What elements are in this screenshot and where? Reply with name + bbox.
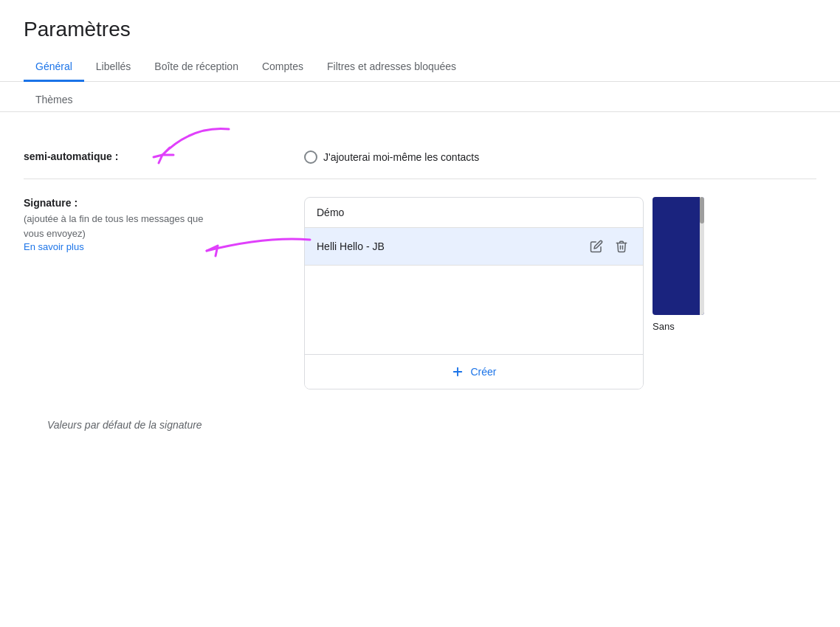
signature-learn-more-link[interactable]: En savoir plus: [24, 241, 84, 252]
semi-auto-control: J'ajouterai moi-même les contacts: [304, 150, 816, 164]
valeurs-hint: Valeurs par défaut de la signature: [24, 407, 816, 443]
semi-auto-label-col: semi-automatique :: [24, 150, 275, 162]
radio-label: J'ajouterai moi-même les contacts: [323, 151, 479, 163]
signature-item-demo-label: Démo: [317, 207, 344, 218]
settings-page: Paramètres Général Libellés Boîte de réc…: [0, 0, 840, 627]
delete-signature-button[interactable]: [612, 237, 631, 256]
tab-libelles[interactable]: Libellés: [84, 53, 142, 82]
signature-item-demo[interactable]: Démo: [305, 198, 643, 228]
subtab-themes[interactable]: Thèmes: [24, 88, 85, 111]
signature-editor-preview: [653, 197, 704, 315]
signature-desc-line1: (ajoutée à la fin de tous les messages q…: [24, 213, 204, 224]
signature-list-empty: [305, 266, 643, 354]
signature-item-helli-label: Helli Hello - JB: [317, 240, 587, 252]
main-tabs: Général Libellés Boîte de réception Comp…: [0, 53, 840, 82]
signature-row: Signature : (ajoutée à la fin de tous le…: [24, 179, 816, 407]
signature-label-col: Signature : (ajoutée à la fin de tous le…: [24, 197, 275, 252]
content-area: semi-automatique : J'ajouterai moi-même …: [0, 112, 840, 466]
tab-filtres[interactable]: Filtres et adresses bloquées: [315, 53, 468, 82]
signature-label: Signature :: [24, 197, 275, 209]
scrollbar-track: [700, 197, 704, 315]
editor-sans-label: Sans: [653, 321, 675, 332]
signature-item-actions: [587, 237, 631, 256]
signature-list: Démo Helli Hello - JB: [304, 197, 644, 389]
signature-panel: Démo Helli Hello - JB: [304, 197, 816, 389]
tab-boite[interactable]: Boîte de réception: [142, 53, 250, 82]
radio-option-contacts[interactable]: J'ajouterai moi-même les contacts: [304, 150, 479, 164]
page-wrapper: Paramètres Général Libellés Boîte de réc…: [0, 0, 840, 627]
scrollbar-thumb[interactable]: [700, 197, 704, 224]
semi-auto-row: semi-automatique : J'ajouterai moi-même …: [24, 136, 816, 179]
radio-circle: [304, 150, 317, 164]
signature-desc: (ajoutée à la fin de tous les messages q…: [24, 212, 275, 240]
tab-general[interactable]: Général: [24, 53, 84, 82]
semi-auto-label: semi-automatique :: [24, 150, 118, 162]
signature-desc-line2: vous envoyez): [24, 228, 86, 239]
signature-item-helli[interactable]: Helli Hello - JB: [305, 228, 643, 266]
create-button-label: Créer: [470, 366, 496, 378]
edit-signature-button[interactable]: [587, 237, 606, 256]
subtabs-bar: Thèmes: [0, 82, 840, 112]
create-signature-button[interactable]: Créer: [305, 354, 643, 389]
page-title: Paramètres: [0, 0, 840, 53]
tab-comptes[interactable]: Comptes: [250, 53, 315, 82]
